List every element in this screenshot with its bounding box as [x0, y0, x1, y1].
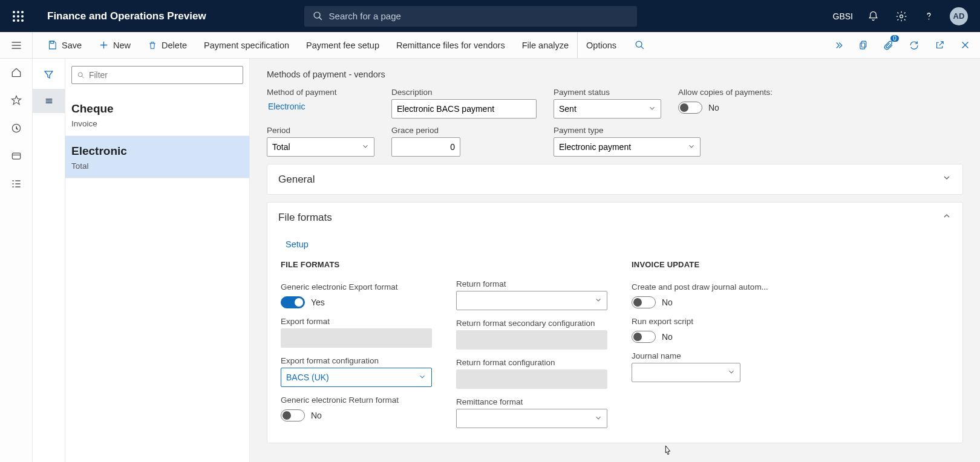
allow-copies-toggle[interactable]: [678, 102, 702, 114]
delete-button[interactable]: Delete: [139, 32, 195, 58]
bell-icon[interactable]: [866, 9, 881, 24]
list-toggle-icon[interactable]: [33, 89, 65, 113]
period-select[interactable]: [267, 137, 374, 157]
attachment-icon[interactable]: 0: [881, 37, 897, 53]
description-input[interactable]: [391, 99, 537, 119]
return-secondary-cfg-label: Return format secondary configuration: [456, 319, 607, 328]
save-label: Save: [62, 41, 82, 50]
generic-export-label: Generic electronic Export format: [281, 282, 432, 291]
generic-export-toggle[interactable]: [281, 296, 305, 308]
period-label: Period: [267, 126, 374, 135]
allow-copies-value: No: [708, 103, 719, 112]
list-item-electronic[interactable]: Electronic Total: [65, 136, 249, 178]
remittance-format-label: Remittance format: [456, 397, 607, 406]
app-launcher-icon[interactable]: [6, 4, 30, 28]
run-export-toggle[interactable]: [632, 331, 656, 343]
help-icon[interactable]: [922, 9, 936, 24]
detail-pane: Methods of payment - vendors Method of p…: [250, 59, 980, 462]
page-title: Methods of payment - vendors: [267, 70, 963, 79]
generic-return-label: Generic electronic Return format: [281, 395, 432, 405]
journal-name-select[interactable]: [632, 363, 740, 382]
file-formats-header[interactable]: File formats: [267, 203, 962, 232]
list-item-sub: Total: [71, 161, 243, 171]
svg-point-5: [636, 41, 642, 47]
chevron-down-icon: [942, 173, 952, 186]
svg-rect-10: [12, 153, 20, 159]
payment-fee-setup[interactable]: Payment fee setup: [298, 32, 388, 58]
file-analyze[interactable]: File analyze: [514, 32, 577, 58]
return-cfg-input: [456, 369, 607, 389]
close-icon[interactable]: [957, 37, 973, 53]
method-of-payment-value[interactable]: Electronic: [267, 99, 374, 112]
modules-icon[interactable]: [10, 177, 23, 190]
global-search[interactable]: [304, 6, 637, 27]
avatar[interactable]: AD: [950, 7, 968, 25]
svg-rect-8: [860, 43, 864, 49]
chevron-up-icon: [942, 211, 952, 224]
grace-period-input[interactable]: [391, 137, 460, 157]
export-format-label: Export format: [281, 317, 432, 326]
file-formats-subheader: FILE FORMATS: [281, 260, 432, 269]
plus-icon: [99, 40, 109, 50]
star-icon[interactable]: [10, 94, 23, 107]
payment-specification[interactable]: Payment specification: [195, 32, 298, 58]
run-export-label: Run export script: [632, 317, 783, 326]
left-rail: [0, 59, 33, 462]
save-button[interactable]: Save: [39, 32, 90, 58]
generic-return-toggle[interactable]: [281, 409, 305, 421]
journal-name-label: Journal name: [632, 351, 783, 360]
home-icon[interactable]: [10, 66, 23, 79]
payment-type-select[interactable]: [554, 137, 701, 157]
remittance-format-select[interactable]: [456, 409, 607, 428]
general-header[interactable]: General: [267, 164, 962, 194]
svg-point-0: [314, 12, 320, 18]
save-icon: [47, 40, 57, 50]
return-cfg-label: Return format configuration: [456, 358, 607, 367]
list-filter[interactable]: [71, 66, 243, 84]
return-format-label: Return format: [456, 279, 607, 288]
return-secondary-cfg-input: [456, 330, 607, 350]
delete-label: Delete: [162, 41, 187, 50]
export-format-cfg-select[interactable]: BACS (UK): [281, 368, 432, 387]
global-search-input[interactable]: [329, 11, 629, 21]
svg-line-1: [319, 18, 321, 20]
link-icon[interactable]: [830, 37, 846, 53]
export-format-input: [281, 328, 432, 348]
payment-status-label: Payment status: [554, 88, 661, 97]
svg-point-3: [929, 19, 930, 20]
run-export-value: No: [662, 332, 673, 342]
new-button[interactable]: New: [90, 32, 139, 58]
workspace-icon[interactable]: [10, 149, 23, 163]
action-search-icon[interactable]: [625, 32, 655, 58]
hamburger-icon[interactable]: [0, 32, 33, 59]
create-post-value: No: [662, 298, 673, 307]
company-code[interactable]: GBSI: [833, 11, 853, 21]
generic-return-value: No: [311, 411, 322, 420]
list-pane: Cheque Invoice Electronic Total: [65, 59, 250, 462]
gear-icon[interactable]: [894, 9, 909, 24]
remittance-files[interactable]: Remittance files for vendors: [388, 32, 514, 58]
description-label: Description: [391, 88, 537, 97]
generic-export-value: Yes: [311, 298, 325, 307]
setup-link[interactable]: Setup: [286, 239, 309, 249]
list-item-title: Cheque: [71, 102, 243, 116]
svg-line-12: [82, 76, 83, 77]
invoice-update-subheader: INVOICE UPDATE: [632, 260, 783, 269]
create-post-toggle[interactable]: [632, 296, 656, 308]
recent-icon[interactable]: [10, 122, 23, 135]
export-format-cfg-label: Export format configuration: [281, 356, 432, 365]
options-button[interactable]: Options: [577, 32, 625, 58]
list-filter-input[interactable]: [89, 70, 238, 80]
list-item-cheque[interactable]: Cheque Invoice: [65, 94, 249, 136]
chevron-down-icon: [418, 373, 426, 383]
create-post-label: Create and post draw journal autom...: [632, 282, 783, 291]
svg-line-6: [641, 47, 644, 49]
funnel-icon[interactable]: [33, 62, 65, 86]
copy-icon[interactable]: [855, 37, 871, 53]
payment-status-select[interactable]: [554, 99, 661, 119]
cursor-icon: [661, 444, 675, 462]
refresh-icon[interactable]: [906, 37, 922, 53]
general-section: General: [267, 164, 963, 195]
return-format-select[interactable]: [456, 291, 607, 310]
popout-icon[interactable]: [932, 37, 947, 53]
